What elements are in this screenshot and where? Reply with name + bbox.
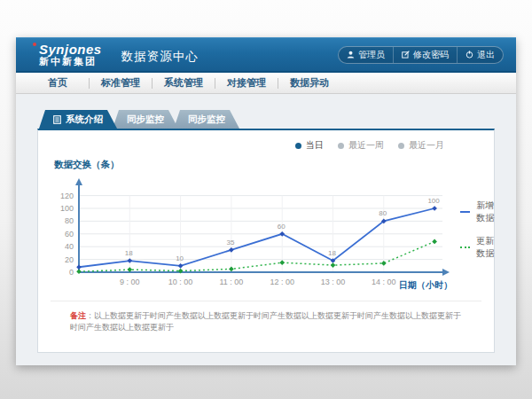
radio-label: 最近一月 [409, 139, 444, 152]
legend-item-update-data[interactable]: 更新数据 [460, 235, 495, 260]
radio-dot-icon [398, 143, 404, 149]
svg-text:18: 18 [328, 249, 336, 257]
radio-today[interactable]: 当日 [295, 139, 324, 152]
tab-bar: 系统介绍 同步监控 同步监控 [39, 110, 516, 129]
radio-dot-icon [338, 143, 344, 149]
document-icon [53, 115, 61, 124]
nav-item-system-mgmt[interactable]: 系统管理 [153, 76, 215, 90]
svg-text:10 : 00: 10 : 00 [168, 278, 193, 286]
nav-item-standard-mgmt[interactable]: 标准管理 [90, 76, 152, 90]
radio-dot-icon [295, 143, 301, 149]
power-icon [466, 51, 473, 59]
svg-text:60: 60 [65, 230, 74, 239]
svg-text:20: 20 [65, 255, 74, 264]
tab-sync-monitor-2[interactable]: 同步监控 [174, 110, 239, 129]
tab-label: 同步监控 [127, 113, 164, 126]
svg-text:13 : 00: 13 : 00 [321, 278, 346, 286]
svg-text:60: 60 [278, 223, 286, 231]
nav-item-data-change[interactable]: 数据异动 [278, 76, 340, 90]
tab-system-intro[interactable]: 系统介绍 [39, 110, 117, 129]
logo-text-cn: 新中新集团 [39, 57, 102, 67]
chart-panel: 当日 最近一周 最近一月 数据交换（条） 0204060801001209 : … [37, 129, 495, 353]
nav-item-interface-mgmt[interactable]: 对接管理 [215, 76, 278, 90]
current-user-button[interactable]: 管理员 [339, 47, 393, 63]
svg-text:80: 80 [65, 216, 74, 225]
exchange-chart: 0204060801001209 : 0010 : 0011 : 0012 : … [52, 173, 453, 292]
period-filter: 当日 最近一周 最近一月 [295, 139, 444, 152]
radio-last-month[interactable]: 最近一月 [398, 139, 444, 152]
nav-item-home[interactable]: 首页 [27, 76, 89, 90]
app-page: Synjones 新中新集团 数据资源中心 管理员 修改密码 退出 [16, 37, 516, 365]
svg-text:35: 35 [226, 239, 234, 246]
svg-text:40: 40 [65, 242, 74, 251]
user-actions: 管理员 修改密码 退出 [338, 46, 504, 64]
logo-accent-dot [33, 43, 36, 46]
radio-label: 当日 [306, 139, 324, 152]
svg-text:14 : 00: 14 : 00 [372, 278, 396, 286]
footnote-body: ：以上数据更新于时间产生数据以上数据更新于时间产生数据以上数据更新于时间产生数据… [70, 311, 461, 332]
svg-text:11 : 00: 11 : 00 [219, 278, 243, 286]
radio-label: 最近一周 [348, 139, 384, 152]
tab-label: 系统介绍 [66, 113, 103, 126]
svg-text:0: 0 [69, 268, 74, 277]
chart-legend: 新增数据 更新数据 [460, 200, 495, 295]
page-title: 数据资源中心 [121, 49, 199, 65]
radio-last-week[interactable]: 最近一周 [338, 139, 384, 152]
company-logo: Synjones 新中新集团 [39, 43, 102, 66]
svg-text:10: 10 [176, 254, 184, 262]
y-axis-title: 数据交换（条） [54, 159, 453, 171]
legend-label: 新增数据 [476, 200, 495, 224]
svg-text:100: 100 [427, 197, 440, 205]
tab-label: 同步监控 [188, 113, 225, 126]
main-nav: 首页 标准管理 系统管理 对接管理 数据异动 [16, 73, 516, 94]
footnote: 备注：以上数据更新于时间产生数据以上数据更新于时间产生数据以上数据更新于时间产生… [51, 301, 481, 333]
svg-text:12 : 00: 12 : 00 [270, 278, 294, 286]
footnote-prefix: 备注 [70, 311, 86, 320]
current-user-label: 管理员 [358, 49, 385, 61]
content-area: 系统介绍 同步监控 同步监控 当日 最近一周 [16, 94, 516, 365]
legend-swatch-1 [460, 246, 470, 248]
logo-text-en: Synjones [39, 43, 102, 57]
logout-label: 退出 [477, 49, 495, 61]
svg-text:日期（小时）: 日期（小时） [399, 280, 452, 290]
logout-button[interactable]: 退出 [457, 47, 503, 63]
change-password-button[interactable]: 修改密码 [393, 47, 457, 63]
edit-icon [402, 51, 410, 59]
svg-text:120: 120 [60, 192, 74, 200]
svg-text:18: 18 [125, 249, 133, 257]
svg-text:100: 100 [60, 204, 74, 213]
svg-text:80: 80 [379, 209, 387, 217]
tab-sync-monitor-1[interactable]: 同步监控 [113, 110, 178, 129]
chart-area: 数据交换（条） 0204060801001209 : 0010 : 0011 :… [52, 159, 494, 295]
legend-label: 更新数据 [476, 235, 495, 260]
legend-item-new-data[interactable]: 新增数据 [460, 200, 495, 224]
change-password-label: 修改密码 [413, 49, 449, 61]
legend-swatch-0 [460, 211, 470, 213]
svg-text:9 : 00: 9 : 00 [120, 278, 140, 286]
app-header: Synjones 新中新集团 数据资源中心 管理员 修改密码 退出 [16, 37, 516, 73]
user-icon [347, 51, 355, 59]
